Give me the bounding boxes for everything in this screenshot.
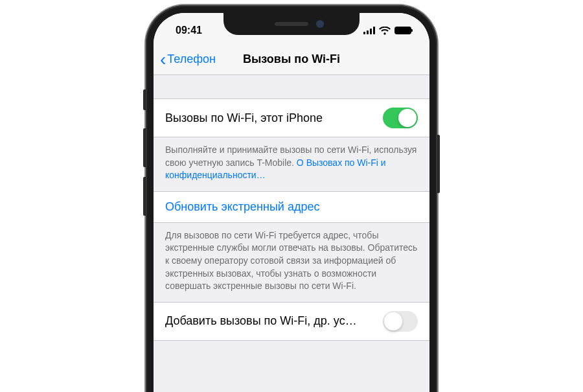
mute-switch <box>143 89 146 110</box>
front-camera <box>316 20 324 28</box>
speaker <box>275 22 308 26</box>
cell-label: Вызовы по Wi-Fi, этот iPhone <box>165 111 323 125</box>
chevron-left-icon: ‹ <box>160 51 166 69</box>
update-emergency-address-cell[interactable]: Обновить экстренный адрес <box>154 191 429 223</box>
add-wifi-calling-other-toggle[interactable] <box>383 311 418 332</box>
content: Вызовы по Wi-Fi, этот iPhone Выполняйте … <box>154 75 429 341</box>
page-title: Вызовы по Wi-Fi <box>243 52 340 66</box>
add-wifi-calling-other-devices-cell[interactable]: Добавить вызовы по Wi-Fi, др. ус… <box>154 302 429 341</box>
status-icons <box>363 23 411 35</box>
back-button[interactable]: ‹ Телефон <box>160 51 216 69</box>
wifi-calling-this-iphone-toggle[interactable] <box>383 108 418 128</box>
battery-icon <box>394 27 411 34</box>
wifi-icon <box>379 27 391 35</box>
iphone-frame: 09:41 ‹ Телефон Вызовы по Wi-Fi <box>146 5 437 392</box>
back-button-label: Телефон <box>167 52 216 66</box>
volume-down-button <box>143 177 146 216</box>
section-spacer <box>154 75 429 98</box>
wifi-calling-this-iphone-cell[interactable]: Вызовы по Wi-Fi, этот iPhone <box>154 98 429 137</box>
toggle-knob <box>384 312 402 330</box>
cell-label: Добавить вызовы по Wi-Fi, др. ус… <box>165 314 357 328</box>
screen: 09:41 ‹ Телефон Вызовы по Wi-Fi <box>154 13 429 392</box>
cellular-signal-icon <box>363 27 375 34</box>
cell-label: Обновить экстренный адрес <box>165 200 319 214</box>
status-time: 09:41 <box>176 21 202 36</box>
toggle-knob <box>398 109 417 127</box>
emergency-address-footer: Для вызовов по сети Wi-Fi требуется адре… <box>154 223 429 302</box>
volume-up-button <box>143 128 146 167</box>
notch <box>223 13 360 35</box>
navigation-bar: ‹ Телефон Вызовы по Wi-Fi <box>154 44 429 75</box>
wifi-calling-footer: Выполняйте и принимайте вызовы по сети W… <box>154 137 429 191</box>
power-button <box>437 135 440 193</box>
